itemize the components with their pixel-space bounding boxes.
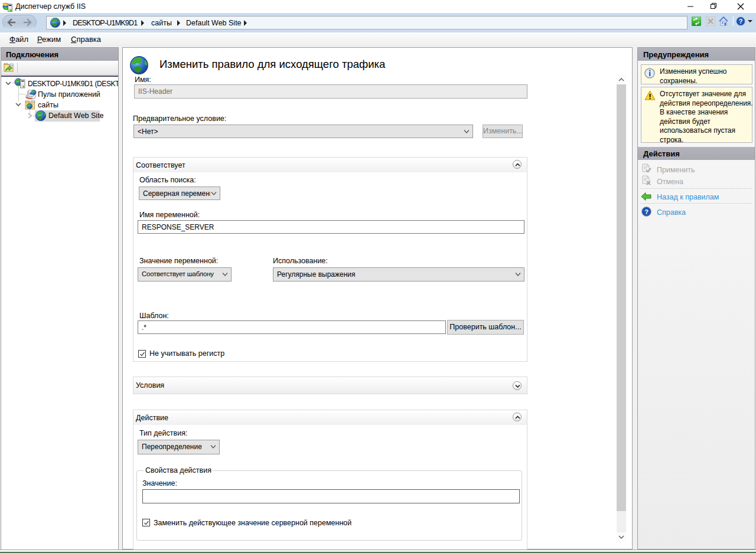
svg-text:?: ? — [739, 18, 743, 25]
svg-text:?: ? — [644, 208, 649, 215]
